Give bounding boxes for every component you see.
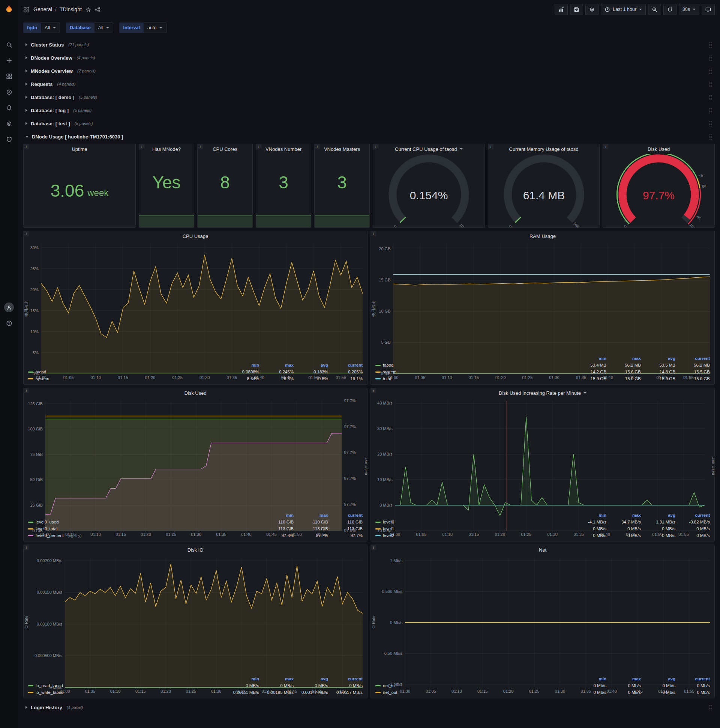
legend-col-min[interactable]: min (572, 677, 606, 681)
panel-title[interactable]: RAM Usage (371, 231, 714, 241)
dashboards-icon[interactable] (0, 68, 18, 84)
create-icon[interactable] (0, 52, 18, 68)
share-icon[interactable] (95, 7, 101, 12)
row-drag-handle[interactable]: ⣿ (709, 94, 712, 100)
disk-used-chart[interactable]: 0 GiB25 GiB50 GiB75 GiB100 GiB125 GiB01:… (24, 398, 367, 511)
cycle-view-button[interactable] (702, 4, 715, 15)
legend-col-current[interactable]: current (328, 677, 363, 681)
row-drag-handle[interactable]: ⣿ (709, 704, 712, 710)
legend-col-min[interactable]: min (225, 363, 259, 367)
panel-title[interactable]: Disk Used (24, 388, 367, 398)
search-icon[interactable] (0, 37, 18, 52)
panel-info-icon[interactable]: i (198, 144, 203, 149)
disk-rate-chart[interactable]: -10 MB/s0 MB/s10 MB/s20 MB/s30 MB/s40 MB… (371, 398, 714, 511)
legend-col-max[interactable]: max (259, 363, 294, 367)
time-range-picker[interactable]: Last 1 hour (601, 4, 646, 15)
ram-usage-chart[interactable]: 0 MB5 GB10 GB15 GB20 GB01:0001:0501:1001… (371, 241, 714, 354)
row-collapsed-2[interactable]: MNodes Overview(2 panels)⣿ (23, 65, 715, 77)
legend-series[interactable]: net_in (375, 683, 572, 688)
legend-col-current[interactable]: current (328, 513, 363, 517)
legend-series[interactable]: taosd (375, 363, 572, 367)
panel-title[interactable]: CPU Cores (198, 144, 252, 154)
legend-col-max[interactable]: max (259, 677, 294, 681)
row-drag-handle[interactable]: ⣿ (709, 55, 712, 61)
variable-value-dropdown[interactable]: All (95, 23, 114, 33)
row-drag-handle[interactable]: ⣿ (709, 81, 712, 87)
legend-col-min[interactable]: min (225, 677, 259, 681)
legend-series[interactable]: net_out (375, 690, 572, 694)
panel-info-icon[interactable]: i (24, 144, 29, 149)
legend-col-min[interactable]: min (572, 513, 606, 517)
cpu-usage-chart[interactable]: 0%5%10%15%20%25%30%01:0001:0501:1001:150… (24, 241, 367, 361)
legend-series[interactable]: level0_total (28, 526, 259, 531)
row-collapsed-6[interactable]: Database: [ test ](5 panels)⣿ (23, 118, 715, 130)
panel-title[interactable]: VNodes Number (256, 144, 311, 154)
panel-info-icon[interactable]: i (24, 388, 29, 393)
panel-info-icon[interactable]: i (371, 231, 376, 236)
legend-col-min[interactable]: min (259, 513, 294, 517)
row-drag-handle[interactable]: ⣿ (709, 42, 712, 47)
row-collapsed-0[interactable]: Cluster Status(21 panels)⣿ (23, 39, 715, 50)
net-chart[interactable]: -1 Mb/s-0.50 Mb/s0 Mb/s0.500 Mb/s1 Mb/s0… (371, 555, 714, 675)
panel-title[interactable]: Current Memory Usage of taosd (488, 144, 599, 154)
help-icon[interactable]: ? (0, 315, 18, 331)
legend-col-current[interactable]: current (328, 363, 363, 367)
legend-col-max[interactable]: max (606, 677, 641, 681)
disk-io-chart[interactable]: 0 MB/s0.000500 MB/s0.00100 MB/s0.00150 M… (24, 555, 367, 675)
breadcrumb-folder[interactable]: General (34, 6, 52, 12)
configuration-icon[interactable] (0, 116, 18, 132)
zoom-out-button[interactable] (648, 4, 661, 15)
legend-series[interactable]: level2 (375, 533, 572, 538)
legend-col-avg[interactable]: avg (641, 513, 675, 517)
panel-title[interactable]: Has MNode? (139, 144, 194, 154)
panel-title[interactable]: VNodes Masters (315, 144, 369, 154)
row-drag-handle[interactable]: ⣿ (709, 134, 712, 139)
legend-col-avg[interactable]: avg (641, 356, 675, 361)
legend-col-avg[interactable]: avg (294, 363, 328, 367)
row-collapsed-1[interactable]: DNodes Overview(4 panels)⣿ (23, 52, 715, 64)
legend-series[interactable]: level0_used (28, 520, 259, 524)
row-login-history[interactable]: Login History(1 panel)⣿ (23, 701, 715, 713)
legend-series[interactable]: system (28, 376, 225, 381)
add-panel-button[interactable] (555, 4, 568, 15)
legend-col-max[interactable]: max (606, 513, 641, 517)
legend-col-max[interactable]: max (294, 513, 328, 517)
legend-col-current[interactable]: current (675, 677, 710, 681)
legend-series[interactable]: level0 (375, 520, 572, 524)
panel-title[interactable]: Uptime (24, 144, 135, 154)
server-admin-icon[interactable] (0, 132, 18, 147)
row-drag-handle[interactable]: ⣿ (709, 68, 712, 74)
legend-col-current[interactable]: current (675, 513, 710, 517)
panel-info-icon[interactable]: i (373, 144, 378, 149)
legend-col-max[interactable]: max (606, 356, 641, 361)
save-dashboard-button[interactable] (570, 4, 583, 15)
legend-series[interactable]: system (375, 370, 572, 374)
explore-icon[interactable] (0, 84, 18, 100)
panel-info-icon[interactable]: i (371, 545, 376, 550)
row-collapsed-5[interactable]: Database: [ log ](5 panels)⣿ (23, 104, 715, 116)
panel-title[interactable]: Net (371, 545, 714, 555)
variable-value-dropdown[interactable]: All (41, 23, 60, 33)
variable-value-dropdown[interactable]: auto (143, 23, 166, 33)
legend-series[interactable]: taosd (28, 370, 225, 374)
panel-info-icon[interactable]: i (24, 545, 29, 550)
panel-info-icon[interactable]: i (371, 388, 376, 393)
panel-info-icon[interactable]: i (603, 144, 608, 149)
panel-title[interactable]: Current CPU Usage of taosd (373, 144, 485, 154)
row-collapsed-3[interactable]: Requests(4 panels)⣿ (23, 78, 715, 90)
refresh-interval-dropdown[interactable]: 30s (679, 4, 699, 15)
row-drag-handle[interactable]: ⣿ (709, 121, 712, 127)
legend-series[interactable]: io_write_taosd (28, 690, 225, 694)
panel-title[interactable]: Disk IO (24, 545, 367, 555)
legend-col-min[interactable]: min (572, 356, 606, 361)
dashboard-settings-button[interactable] (585, 4, 598, 15)
panel-title[interactable]: CPU Usage (24, 231, 367, 241)
panel-info-icon[interactable]: i (488, 144, 494, 149)
panel-info-icon[interactable]: i (24, 231, 29, 236)
grafana-logo[interactable] (0, 0, 18, 19)
legend-series[interactable]: level1 (375, 526, 572, 531)
legend-series[interactable]: total (375, 376, 572, 381)
row-dnode-usage[interactable]: DNode Usage [ huolinhe-TM1701:6030 ] ⣿ (23, 131, 715, 142)
panel-title[interactable]: Disk Used (603, 144, 714, 154)
row-collapsed-4[interactable]: Database: [ demo ](5 panels)⣿ (23, 91, 715, 103)
